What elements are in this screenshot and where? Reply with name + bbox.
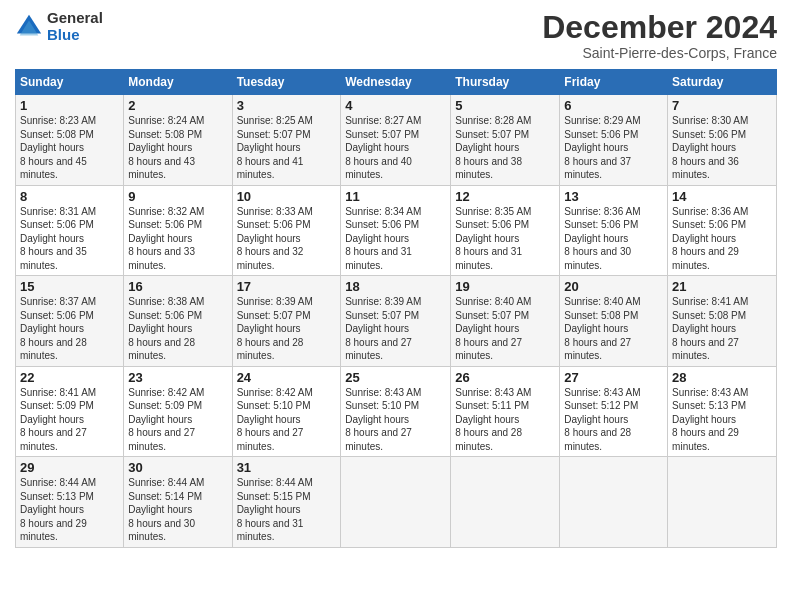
day-detail: Sunrise: 8:40 AM Sunset: 5:07 PM Dayligh… [455,295,555,363]
calendar-cell [668,457,777,548]
calendar-cell: 3 Sunrise: 8:25 AM Sunset: 5:07 PM Dayli… [232,95,341,186]
day-number: 25 [345,370,446,385]
day-number: 15 [20,279,119,294]
weekday-header-row: Sunday Monday Tuesday Wednesday Thursday… [16,70,777,95]
day-detail: Sunrise: 8:37 AM Sunset: 5:06 PM Dayligh… [20,295,119,363]
day-number: 20 [564,279,663,294]
logo-general-text: General [47,10,103,27]
day-number: 7 [672,98,772,113]
day-detail: Sunrise: 8:32 AM Sunset: 5:06 PM Dayligh… [128,205,227,273]
calendar-cell: 16 Sunrise: 8:38 AM Sunset: 5:06 PM Dayl… [124,276,232,367]
day-detail: Sunrise: 8:41 AM Sunset: 5:08 PM Dayligh… [672,295,772,363]
day-detail: Sunrise: 8:39 AM Sunset: 5:07 PM Dayligh… [345,295,446,363]
day-detail: Sunrise: 8:34 AM Sunset: 5:06 PM Dayligh… [345,205,446,273]
calendar-cell: 20 Sunrise: 8:40 AM Sunset: 5:08 PM Dayl… [560,276,668,367]
day-number: 17 [237,279,337,294]
calendar-week-row: 8 Sunrise: 8:31 AM Sunset: 5:06 PM Dayli… [16,185,777,276]
calendar-cell [451,457,560,548]
day-number: 26 [455,370,555,385]
calendar-cell: 14 Sunrise: 8:36 AM Sunset: 5:06 PM Dayl… [668,185,777,276]
logo-icon [15,13,43,41]
calendar-cell: 29 Sunrise: 8:44 AM Sunset: 5:13 PM Dayl… [16,457,124,548]
day-number: 22 [20,370,119,385]
day-detail: Sunrise: 8:40 AM Sunset: 5:08 PM Dayligh… [564,295,663,363]
calendar-cell [560,457,668,548]
calendar-body: 1 Sunrise: 8:23 AM Sunset: 5:08 PM Dayli… [16,95,777,548]
calendar-table: Sunday Monday Tuesday Wednesday Thursday… [15,69,777,548]
day-number: 10 [237,189,337,204]
day-detail: Sunrise: 8:38 AM Sunset: 5:06 PM Dayligh… [128,295,227,363]
day-number: 11 [345,189,446,204]
day-detail: Sunrise: 8:42 AM Sunset: 5:10 PM Dayligh… [237,386,337,454]
day-number: 31 [237,460,337,475]
calendar-cell: 8 Sunrise: 8:31 AM Sunset: 5:06 PM Dayli… [16,185,124,276]
day-detail: Sunrise: 8:33 AM Sunset: 5:06 PM Dayligh… [237,205,337,273]
day-detail: Sunrise: 8:29 AM Sunset: 5:06 PM Dayligh… [564,114,663,182]
logo-text: General Blue [47,10,103,43]
col-monday: Monday [124,70,232,95]
calendar-cell: 18 Sunrise: 8:39 AM Sunset: 5:07 PM Dayl… [341,276,451,367]
calendar-cell: 28 Sunrise: 8:43 AM Sunset: 5:13 PM Dayl… [668,366,777,457]
calendar-cell: 2 Sunrise: 8:24 AM Sunset: 5:08 PM Dayli… [124,95,232,186]
location-subtitle: Saint-Pierre-des-Corps, France [542,45,777,61]
day-detail: Sunrise: 8:43 AM Sunset: 5:11 PM Dayligh… [455,386,555,454]
calendar-cell: 13 Sunrise: 8:36 AM Sunset: 5:06 PM Dayl… [560,185,668,276]
header: General Blue December 2024 Saint-Pierre-… [15,10,777,61]
day-number: 4 [345,98,446,113]
calendar-cell: 27 Sunrise: 8:43 AM Sunset: 5:12 PM Dayl… [560,366,668,457]
calendar-cell: 5 Sunrise: 8:28 AM Sunset: 5:07 PM Dayli… [451,95,560,186]
calendar-cell: 4 Sunrise: 8:27 AM Sunset: 5:07 PM Dayli… [341,95,451,186]
calendar-cell [341,457,451,548]
day-detail: Sunrise: 8:43 AM Sunset: 5:12 PM Dayligh… [564,386,663,454]
day-number: 24 [237,370,337,385]
day-detail: Sunrise: 8:25 AM Sunset: 5:07 PM Dayligh… [237,114,337,182]
day-detail: Sunrise: 8:27 AM Sunset: 5:07 PM Dayligh… [345,114,446,182]
calendar-cell: 31 Sunrise: 8:44 AM Sunset: 5:15 PM Dayl… [232,457,341,548]
day-number: 16 [128,279,227,294]
calendar-cell: 7 Sunrise: 8:30 AM Sunset: 5:06 PM Dayli… [668,95,777,186]
calendar-cell: 23 Sunrise: 8:42 AM Sunset: 5:09 PM Dayl… [124,366,232,457]
col-sunday: Sunday [16,70,124,95]
col-tuesday: Tuesday [232,70,341,95]
day-detail: Sunrise: 8:30 AM Sunset: 5:06 PM Dayligh… [672,114,772,182]
calendar-week-row: 29 Sunrise: 8:44 AM Sunset: 5:13 PM Dayl… [16,457,777,548]
title-area: December 2024 Saint-Pierre-des-Corps, Fr… [542,10,777,61]
day-detail: Sunrise: 8:36 AM Sunset: 5:06 PM Dayligh… [564,205,663,273]
day-detail: Sunrise: 8:28 AM Sunset: 5:07 PM Dayligh… [455,114,555,182]
calendar-cell: 9 Sunrise: 8:32 AM Sunset: 5:06 PM Dayli… [124,185,232,276]
calendar-cell: 15 Sunrise: 8:37 AM Sunset: 5:06 PM Dayl… [16,276,124,367]
day-number: 14 [672,189,772,204]
calendar-cell: 17 Sunrise: 8:39 AM Sunset: 5:07 PM Dayl… [232,276,341,367]
col-friday: Friday [560,70,668,95]
calendar-cell: 21 Sunrise: 8:41 AM Sunset: 5:08 PM Dayl… [668,276,777,367]
day-detail: Sunrise: 8:23 AM Sunset: 5:08 PM Dayligh… [20,114,119,182]
day-number: 8 [20,189,119,204]
calendar-cell: 19 Sunrise: 8:40 AM Sunset: 5:07 PM Dayl… [451,276,560,367]
day-number: 13 [564,189,663,204]
day-number: 27 [564,370,663,385]
calendar-cell: 11 Sunrise: 8:34 AM Sunset: 5:06 PM Dayl… [341,185,451,276]
calendar-cell: 26 Sunrise: 8:43 AM Sunset: 5:11 PM Dayl… [451,366,560,457]
day-detail: Sunrise: 8:41 AM Sunset: 5:09 PM Dayligh… [20,386,119,454]
day-number: 29 [20,460,119,475]
day-number: 21 [672,279,772,294]
day-number: 28 [672,370,772,385]
day-detail: Sunrise: 8:31 AM Sunset: 5:06 PM Dayligh… [20,205,119,273]
day-detail: Sunrise: 8:43 AM Sunset: 5:10 PM Dayligh… [345,386,446,454]
calendar-cell: 24 Sunrise: 8:42 AM Sunset: 5:10 PM Dayl… [232,366,341,457]
day-number: 9 [128,189,227,204]
day-detail: Sunrise: 8:42 AM Sunset: 5:09 PM Dayligh… [128,386,227,454]
day-number: 3 [237,98,337,113]
day-detail: Sunrise: 8:44 AM Sunset: 5:13 PM Dayligh… [20,476,119,544]
day-detail: Sunrise: 8:43 AM Sunset: 5:13 PM Dayligh… [672,386,772,454]
day-number: 12 [455,189,555,204]
day-number: 1 [20,98,119,113]
calendar-cell: 1 Sunrise: 8:23 AM Sunset: 5:08 PM Dayli… [16,95,124,186]
calendar-week-row: 1 Sunrise: 8:23 AM Sunset: 5:08 PM Dayli… [16,95,777,186]
col-wednesday: Wednesday [341,70,451,95]
month-title: December 2024 [542,10,777,45]
logo-blue-text: Blue [47,27,103,44]
day-number: 2 [128,98,227,113]
day-detail: Sunrise: 8:24 AM Sunset: 5:08 PM Dayligh… [128,114,227,182]
calendar-cell: 6 Sunrise: 8:29 AM Sunset: 5:06 PM Dayli… [560,95,668,186]
